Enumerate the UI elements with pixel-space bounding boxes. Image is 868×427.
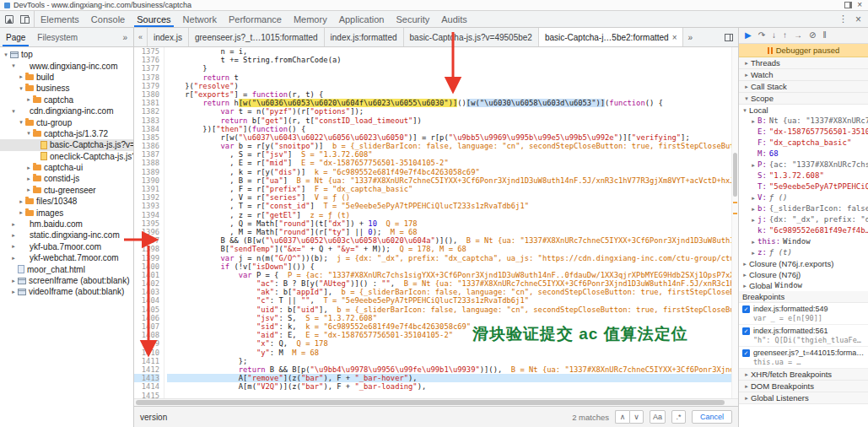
code-line[interactable]: } [167,64,738,73]
code-line[interactable]: , B = r["ua"] B = Nt {ua: "1337#X8XnURc7… [167,176,738,185]
resume-icon[interactable]: ▶ [745,31,752,40]
code-line[interactable]: }; [167,357,738,365]
scope-row-local[interactable]: ▾Local [739,105,868,116]
navigator-tabs-overflow-icon[interactable]: » [116,28,133,46]
line-number[interactable]: 1388 [134,159,159,167]
devtools-tab-security[interactable]: Security [390,11,435,27]
tree-item-cdn-dingxiang-inc-com[interactable]: ▾cdn.dingxiang-inc.com [0,105,133,116]
tree-item-captcha-js-1-3-72[interactable]: ▾captcha-js/1.3.72 [0,128,133,139]
chevron-down-icon[interactable]: ▾ [24,130,33,137]
chevron-right-icon[interactable]: ▸ [9,221,18,228]
scope-row-e[interactable]: E:"dx-1587657756501-3510…" [739,127,868,138]
tree-item-screeniframe-about-blank[interactable]: ▸screenIframe (about:blank) [0,275,133,286]
section-xhr-fetch-breakpoints[interactable]: ▸XHR/fetch Breakpoints [739,369,868,381]
step-out-icon[interactable]: ↑ [783,31,787,40]
chevron-right-icon[interactable]: ▸ [749,214,757,225]
line-number[interactable]: 1414 [134,382,159,391]
editor-tab-index-js[interactable]: index.js [148,28,189,46]
code-line[interactable]: }("resolve") [167,82,738,90]
chevron-right-icon[interactable]: ▸ [17,198,25,205]
scope-row-z[interactable]: ▸z:ƒ (t) [739,247,868,258]
line-number[interactable]: 1401 [134,271,159,279]
scope-row-b[interactable]: ▸b:{_sliderBarIcon: false,… [739,203,868,214]
tree-item-basic-captcha-js-js-v-495[interactable]: basic-Captcha-js.js?v=495 [0,139,133,150]
tree-item-captcha[interactable]: ▸captcha [0,95,133,105]
code-line[interactable]: "c": T || "", T = "5e9eebe5ePyA7tPPEHCiQ… [167,296,738,305]
chevron-right-icon[interactable]: ▸ [9,289,18,295]
line-number[interactable]: 1377 [134,64,159,73]
code-line[interactable]: "jsv": S, S = "1.3.72.608" [167,314,738,322]
section-threads[interactable]: ▸Threads [739,57,868,69]
line-number[interactable]: 1379 [134,82,159,90]
vertical-scrollbar[interactable] [731,47,738,398]
line-number[interactable]: 1406 [134,314,159,322]
line-number[interactable]: 1383 [134,116,159,125]
tree-item-top[interactable]: ▾top [0,49,133,60]
code-line[interactable]: r["exports"] = function(r, t) { [167,90,738,99]
section-watch[interactable]: ▸Watch [739,69,868,81]
code-line[interactable]: return h[w("\u6036\u6053\u6020\u604f\u60… [167,99,738,107]
chevron-down-icon[interactable]: ▾ [741,105,749,116]
line-number[interactable]: 1390 [134,176,159,185]
scope-row-f[interactable]: F:"dx_captcha_basic" [739,138,868,149]
devtools-tab-elements[interactable]: Elements [35,11,85,27]
line-number[interactable]: 1399 [134,254,159,262]
scope-row-b[interactable]: ▸B:Nt {ua: "1337#X8XnURc7chneC5I… [739,116,868,127]
chevron-right-icon[interactable]: ▸ [749,159,757,170]
line-number[interactable]: 1384 [134,125,159,133]
scope-row-v[interactable]: ▸V:ƒ () [739,192,868,203]
editor-tab-greenseer-js-t-1015-formatted[interactable]: greenseer.js?_t…1015:formatted [189,28,325,46]
deactivate-breakpoints-icon[interactable]: ⊘ [809,31,816,40]
code-line[interactable]: , E = r["mid"] E = "dx-1587657756501-351… [167,159,738,167]
step-into-icon[interactable]: ↓ [772,31,776,40]
code-line[interactable]: var b = r[y("snoitpo")] b = {_sliderBarI… [167,142,738,150]
tree-item-static-dingxiang-inc-com[interactable]: ▸static.dingxiang-inc.com [0,230,133,241]
devtools-tab-memory[interactable]: Memory [288,11,333,27]
chevron-down-icon[interactable]: ▾ [9,108,18,115]
line-number[interactable]: 1410 [134,349,159,357]
line-number[interactable]: 1408 [134,331,159,339]
scope-row-global[interactable]: ▸GlobalWindow [739,280,868,291]
horizontal-scrollbar-thumb[interactable] [136,400,725,405]
search-previous-button[interactable]: ∧ [615,410,629,424]
section-global-listeners[interactable]: ▸Global Listeners [739,392,868,404]
search-input[interactable]: version [140,413,258,422]
chevron-down-icon[interactable]: ▾ [17,85,25,92]
more-options-icon[interactable]: ⋮ [838,14,848,24]
chevron-right-icon[interactable]: ▸ [9,278,18,284]
code-line[interactable] [167,392,738,399]
code-line[interactable]: return t [167,73,738,82]
line-number[interactable]: 1397 [134,236,159,245]
breakpoint-checkbox[interactable]: ✓ [742,327,750,335]
chevron-right-icon[interactable]: ▸ [17,73,25,80]
line-number[interactable]: 1378 [134,73,159,82]
section-scope[interactable]: ▾Scope [739,93,868,105]
devtools-tab-sources[interactable]: Sources [131,11,176,27]
chevron-right-icon[interactable]: ▸ [17,209,25,216]
code-line[interactable]: t += String.fromCharCode(a) [167,56,738,64]
horizontal-scrollbar[interactable] [134,398,738,406]
cancel-search-button[interactable]: Cancel [692,410,732,424]
toggle-sidebar-icon[interactable] [725,34,733,41]
code-line[interactable]: "ac": B ? B[y("AUteg")]() : "", B = Nt {… [167,279,738,288]
line-number[interactable]: 1380 [134,90,159,99]
code-line[interactable]: "x": Q, Q = 178 [167,339,738,348]
chevron-right-icon[interactable]: ▸ [741,258,749,269]
chevron-right-icon[interactable]: ▸ [741,269,749,280]
navigator-tab-page[interactable]: Page [0,28,31,46]
chevron-right-icon[interactable]: ▸ [24,96,33,103]
breakpoint-checkbox[interactable]: ✓ [742,349,750,357]
devtools-tab-performance[interactable]: Performance [223,11,288,27]
tab-list-back-icon[interactable]: « [134,28,148,46]
devtools-close-icon[interactable]: × [855,14,861,25]
line-number[interactable]: 1386 [134,142,159,150]
line-number[interactable]: 1389 [134,168,159,176]
scope-row-k[interactable]: k:"6c989552e681f49e7f4b…" [739,225,868,236]
tree-item-files-10348[interactable]: ▸files/10348 [0,196,133,207]
line-number[interactable]: 1405 [134,305,159,314]
line-number[interactable]: 1407 [134,322,159,331]
chevron-down-icon[interactable]: ▾ [9,62,18,69]
code-line[interactable]: A["remove"](z("bar"), F + "_bar-hover"), [167,374,738,382]
tree-item-ctu-group[interactable]: ▾ctu-group [0,116,133,127]
chevron-right-icon[interactable]: ▸ [9,232,18,239]
